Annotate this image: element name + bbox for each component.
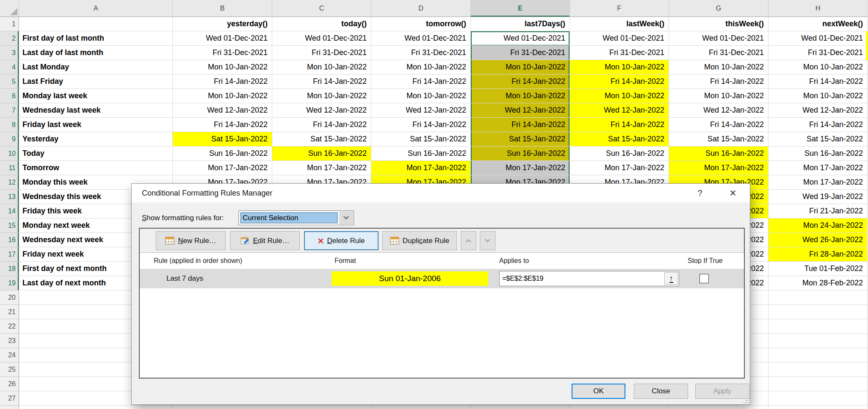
cell-A4[interactable]: Last Monday	[19, 60, 173, 75]
cell-C7[interactable]: Wed 12-Jan-2022	[272, 103, 371, 118]
cell-C9[interactable]: Sat 15-Jan-2022	[272, 132, 371, 146]
cell-F3[interactable]: Fri 31-Dec-2021	[570, 46, 669, 60]
row-header-24[interactable]: 24	[0, 348, 19, 362]
col-header-C[interactable]: C	[272, 0, 371, 17]
cell-C4[interactable]: Mon 10-Jan-2022	[272, 60, 371, 75]
row-header-13[interactable]: 13	[0, 190, 19, 204]
cell-H17[interactable]: Fri 28-Jan-2022	[768, 247, 868, 262]
row-header-19[interactable]: 19	[0, 276, 19, 290]
cell-A10[interactable]: Today	[19, 146, 173, 161]
row-header-12[interactable]: 12	[0, 175, 19, 190]
cell-C10[interactable]: Sun 16-Jan-2022	[272, 146, 371, 161]
row-header-11[interactable]: 11	[0, 161, 19, 175]
move-rule-down-button[interactable]	[480, 231, 495, 250]
cell-D5[interactable]: Fri 14-Jan-2022	[371, 75, 471, 89]
row-header-23[interactable]: 23	[0, 334, 19, 348]
cell-C11[interactable]: Mon 17-Jan-2022	[272, 161, 371, 175]
apply-button[interactable]: Apply	[695, 384, 749, 399]
row-header-1[interactable]: 1	[0, 17, 19, 31]
col-header-H[interactable]: H	[768, 0, 868, 17]
resize-grip[interactable]	[744, 398, 749, 403]
cell-G11[interactable]: Mon 17-Jan-2022	[669, 161, 768, 175]
cell-D3[interactable]: Fri 31-Dec-2021	[371, 46, 471, 60]
cell-A5[interactable]: Last Friday	[19, 75, 173, 89]
cell-E2[interactable]: Wed 01-Dec-2021	[471, 31, 570, 46]
col-header-G[interactable]: G	[669, 0, 768, 17]
cell-H23[interactable]	[768, 334, 868, 348]
cell-H8[interactable]: Fri 14-Jan-2022	[768, 118, 868, 132]
cell-D8[interactable]: Fri 14-Jan-2022	[371, 118, 471, 132]
cell-D28[interactable]	[371, 406, 471, 409]
cell-H25[interactable]	[768, 362, 868, 377]
row-header-18[interactable]: 18	[0, 262, 19, 276]
cell-H28[interactable]	[768, 406, 868, 409]
cell-C5[interactable]: Fri 14-Jan-2022	[272, 75, 371, 89]
cell-F7[interactable]: Wed 12-Jan-2022	[570, 103, 669, 118]
cell-C1[interactable]: today()	[272, 17, 371, 31]
cell-B4[interactable]: Mon 10-Jan-2022	[173, 60, 272, 75]
row-header-7[interactable]: 7	[0, 103, 19, 118]
stop-if-true-checkbox[interactable]	[699, 274, 709, 283]
cell-G4[interactable]: Mon 10-Jan-2022	[669, 60, 768, 75]
close-icon[interactable]: ×	[724, 184, 742, 202]
ok-button[interactable]: OK	[572, 384, 625, 399]
cell-B7[interactable]: Wed 12-Jan-2022	[173, 103, 272, 118]
cell-H2[interactable]: Wed 01-Dec-2021	[768, 31, 868, 46]
cell-B1[interactable]: yesterday()	[173, 17, 272, 31]
row-header-28[interactable]: 28	[0, 406, 19, 409]
cell-H12[interactable]: Mon 17-Jan-2022	[768, 175, 868, 190]
cell-H26[interactable]	[768, 377, 868, 391]
cell-A6[interactable]: Monday last week	[19, 89, 173, 103]
cell-B28[interactable]	[173, 406, 272, 409]
select-all-button[interactable]	[0, 0, 19, 17]
cell-H3[interactable]: Fri 31-Dec-2021	[768, 46, 868, 60]
cell-C8[interactable]: Fri 14-Jan-2022	[272, 118, 371, 132]
row-header-27[interactable]: 27	[0, 391, 19, 406]
help-icon[interactable]: ?	[691, 184, 709, 202]
cell-H10[interactable]: Sun 16-Jan-2022	[768, 146, 868, 161]
col-header-E[interactable]: E	[471, 0, 570, 17]
cell-F11[interactable]: Mon 17-Jan-2022	[570, 161, 669, 175]
row-header-20[interactable]: 20	[0, 290, 19, 305]
cell-G10[interactable]: Sun 16-Jan-2022	[669, 146, 768, 161]
cell-G6[interactable]: Mon 10-Jan-2022	[669, 89, 768, 103]
cell-D11[interactable]: Mon 17-Jan-2022	[371, 161, 471, 175]
cell-G8[interactable]: Fri 14-Jan-2022	[669, 118, 768, 132]
close-button[interactable]: Close	[634, 384, 688, 399]
col-header-A[interactable]: A	[19, 0, 173, 17]
cell-H22[interactable]	[768, 319, 868, 334]
cell-F9[interactable]: Sat 15-Jan-2022	[570, 132, 669, 146]
show-rules-for-dropdown[interactable]: Current Selection	[238, 210, 354, 225]
cell-C28[interactable]	[272, 406, 371, 409]
cell-E8[interactable]: Fri 14-Jan-2022	[471, 118, 570, 132]
cell-F28[interactable]	[570, 406, 669, 409]
cell-F6[interactable]: Mon 10-Jan-2022	[570, 89, 669, 103]
cell-F1[interactable]: lastWeek()	[570, 17, 669, 31]
cell-B3[interactable]: Fri 31-Dec-2021	[173, 46, 272, 60]
row-header-2[interactable]: 2	[0, 31, 19, 46]
cell-H21[interactable]	[768, 305, 868, 319]
cell-B9[interactable]: Sat 15-Jan-2022	[173, 132, 272, 146]
cell-H14[interactable]: Fri 21-Jan-2022	[768, 204, 868, 218]
cell-F8[interactable]: Fri 14-Jan-2022	[570, 118, 669, 132]
cell-C3[interactable]: Fri 31-Dec-2021	[272, 46, 371, 60]
row-header-26[interactable]: 26	[0, 377, 19, 391]
row-header-15[interactable]: 15	[0, 218, 19, 233]
cell-E11[interactable]: Mon 17-Jan-2022	[471, 161, 570, 175]
dialog-titlebar[interactable]: Conditional Formatting Rules Manager ? ×	[132, 184, 750, 202]
cell-E6[interactable]: Mon 10-Jan-2022	[471, 89, 570, 103]
cell-H13[interactable]: Wed 19-Jan-2022	[768, 190, 868, 204]
cell-H24[interactable]	[768, 348, 868, 362]
row-header-25[interactable]: 25	[0, 362, 19, 377]
row-header-10[interactable]: 10	[0, 146, 19, 161]
cell-H1[interactable]: nextWeek()	[768, 17, 868, 31]
cell-H4[interactable]: Mon 10-Jan-2022	[768, 60, 868, 75]
row-header-4[interactable]: 4	[0, 60, 19, 75]
move-rule-up-button[interactable]	[461, 231, 476, 250]
cell-B10[interactable]: Sun 16-Jan-2022	[173, 146, 272, 161]
cell-H16[interactable]: Wed 26-Jan-2022	[768, 233, 868, 247]
cell-F10[interactable]: Sun 16-Jan-2022	[570, 146, 669, 161]
cell-H11[interactable]: Mon 17-Jan-2022	[768, 161, 868, 175]
row-header-8[interactable]: 8	[0, 118, 19, 132]
cell-A28[interactable]	[19, 406, 173, 409]
